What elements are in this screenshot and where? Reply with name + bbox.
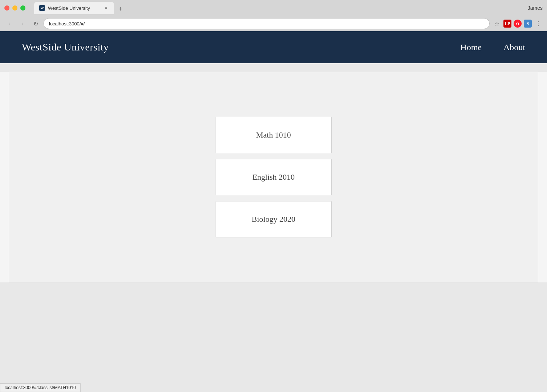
- browser-titlebar: W WestSide University × + James: [0, 0, 547, 16]
- address-bar[interactable]: [44, 18, 490, 29]
- tab-title: WestSide University: [48, 5, 100, 11]
- course-card-english2010[interactable]: English 2010: [216, 159, 332, 195]
- nav-home-link[interactable]: Home: [460, 42, 482, 52]
- site-nav: Home About: [460, 42, 525, 52]
- tabs-bar: W WestSide University × +: [30, 2, 130, 14]
- browser-user: James: [528, 5, 543, 11]
- minimize-button[interactable]: [12, 5, 17, 11]
- site-logo[interactable]: WestSide University: [22, 41, 460, 53]
- course-card-title-english2010: English 2010: [252, 172, 295, 182]
- opera-icon[interactable]: O: [514, 20, 522, 28]
- stylus-icon[interactable]: S: [524, 20, 532, 28]
- course-cards: Math 1010 English 2010 Biology 2020: [24, 117, 523, 237]
- browser-chrome: W WestSide University × + James ‹ › ↻ ☆ …: [0, 0, 547, 31]
- nav-about-link[interactable]: About: [503, 42, 525, 52]
- status-bar: localhost:3000/#/classlist/MATH1010: [0, 383, 81, 392]
- site-navbar: WestSide University Home About: [0, 31, 547, 63]
- toolbar-icons: ☆ LP O S ⋮: [493, 19, 543, 28]
- course-card-biology2020[interactable]: Biology 2020: [216, 201, 332, 237]
- reload-button[interactable]: ↻: [30, 19, 41, 29]
- browser-tab-active[interactable]: W WestSide University ×: [34, 2, 114, 14]
- tab-favicon: W: [39, 5, 45, 11]
- site-main: Math 1010 English 2010 Biology 2020: [0, 72, 547, 282]
- content-area: Math 1010 English 2010 Biology 2020: [9, 72, 538, 282]
- course-card-title-biology2020: Biology 2020: [252, 215, 295, 224]
- back-button[interactable]: ‹: [4, 19, 15, 29]
- course-card-math1010[interactable]: Math 1010: [216, 117, 332, 153]
- tab-close-button[interactable]: ×: [103, 5, 109, 11]
- new-tab-button[interactable]: +: [115, 4, 126, 14]
- browser-toolbar: ‹ › ↻ ☆ LP O S ⋮: [0, 16, 547, 31]
- close-button[interactable]: [4, 5, 9, 11]
- lastpass-icon[interactable]: LP: [503, 20, 511, 28]
- maximize-button[interactable]: [20, 5, 25, 11]
- status-url: localhost:3000/#/classlist/MATH1010: [5, 385, 76, 390]
- window-controls: [4, 5, 25, 11]
- menu-icon[interactable]: ⋮: [534, 19, 543, 28]
- course-card-title-math1010: Math 1010: [256, 130, 291, 140]
- star-icon[interactable]: ☆: [493, 19, 501, 28]
- forward-button[interactable]: ›: [17, 19, 28, 29]
